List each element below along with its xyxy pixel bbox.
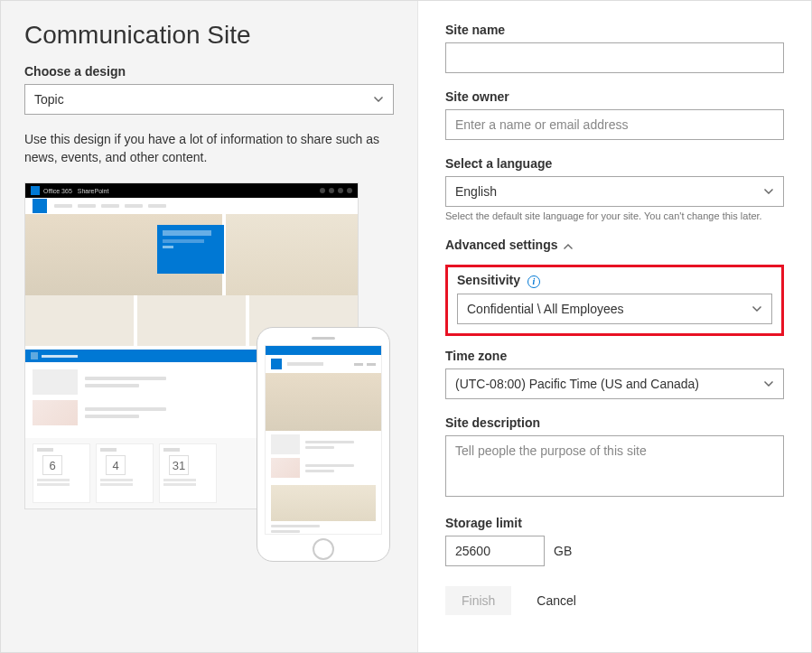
design-description: Use this design if you have a lot of inf… (24, 131, 394, 166)
timezone-label: Time zone (445, 349, 784, 363)
design-select-value: Topic (34, 92, 64, 107)
design-select[interactable]: Topic (24, 84, 394, 115)
finish-button[interactable]: Finish (445, 586, 511, 615)
timezone-select-value: (UTC-08:00) Pacific Time (US and Canada) (455, 377, 699, 391)
info-icon[interactable]: i (527, 275, 540, 288)
chevron-down-icon (763, 378, 774, 389)
storage-unit-label: GB (554, 544, 572, 558)
home-button-icon (313, 538, 334, 560)
chevron-down-icon (763, 186, 774, 197)
site-description-label: Site description (445, 415, 784, 430)
design-preview: Office 365 SharePoint (24, 182, 390, 562)
site-owner-input[interactable] (445, 109, 784, 140)
site-owner-label: Site owner (445, 89, 784, 104)
language-helper: Select the default site language for you… (445, 210, 784, 221)
sensitivity-label: Sensitivity (457, 273, 520, 287)
chevron-down-icon (373, 94, 384, 105)
preview-mobile (257, 327, 390, 562)
sensitivity-highlight: Sensitivity i Confidential \ All Employe… (445, 265, 784, 336)
language-select[interactable]: English (445, 176, 784, 207)
site-description-input[interactable] (445, 435, 784, 497)
chevron-up-icon (563, 239, 574, 250)
site-name-input[interactable] (445, 42, 784, 73)
cancel-button[interactable]: Cancel (520, 586, 593, 615)
page-title: Communication Site (24, 21, 394, 50)
sensitivity-select-value: Confidential \ All Employees (467, 302, 624, 316)
sensitivity-select[interactable]: Confidential \ All Employees (457, 294, 772, 324)
preview-card-number: 6 (42, 455, 62, 475)
chevron-down-icon (751, 303, 762, 314)
preview-app-label: SharePoint (78, 188, 109, 194)
advanced-settings-label: Advanced settings (445, 238, 557, 252)
preview-card-number: 4 (106, 455, 126, 475)
site-name-label: Site name (445, 23, 784, 37)
design-label: Choose a design (24, 64, 394, 79)
preview-card-number: 31 (169, 455, 189, 475)
storage-limit-input[interactable] (445, 536, 545, 566)
language-select-value: English (455, 184, 497, 199)
timezone-select[interactable]: (UTC-08:00) Pacific Time (US and Canada) (445, 368, 784, 399)
storage-limit-label: Storage limit (445, 516, 784, 530)
preview-app-label: Office 365 (43, 188, 72, 194)
advanced-settings-toggle[interactable]: Advanced settings (445, 238, 784, 252)
language-label: Select a language (445, 156, 784, 171)
